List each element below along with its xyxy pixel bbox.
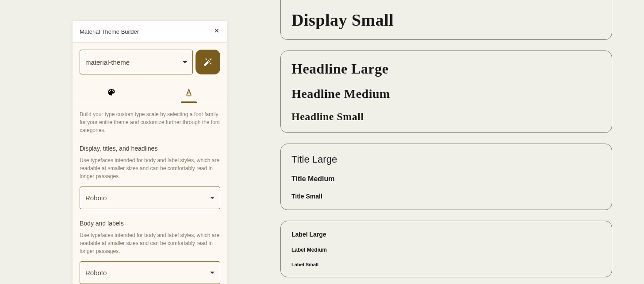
label-large-text: Label Large [291, 231, 601, 238]
headline-small-text: Headline Small [291, 111, 601, 123]
title-large-text: Title Large [291, 154, 601, 165]
body-font-select[interactable]: Roboto [80, 261, 220, 284]
headline-preview-card: Headline Large Headline Medium Headline … [280, 51, 612, 133]
display-small-text: Display Small [291, 10, 601, 30]
section-body-desc: Use typefaces intended for body and labe… [80, 231, 220, 255]
theme-name-select[interactable]: material-theme [80, 50, 193, 74]
close-icon[interactable] [213, 27, 220, 36]
palette-icon [107, 88, 116, 97]
preview-area: Display Small Headline Large Headline Me… [280, 0, 612, 284]
panel-title: Material Theme Builder [80, 28, 139, 35]
headline-large-text: Headline Large [291, 61, 601, 77]
title-medium-text: Title Medium [291, 175, 601, 183]
chevron-down-icon [210, 197, 215, 199]
display-font-value: Roboto [85, 194, 107, 202]
display-preview-card: Display Small [280, 0, 612, 40]
chevron-down-icon [183, 61, 187, 63]
section-display-desc: Use typefaces intended for body and labe… [80, 156, 220, 180]
panel-header: Material Theme Builder [73, 21, 227, 43]
label-small-text: Label Small [291, 262, 601, 267]
headline-medium-text: Headline Medium [291, 87, 601, 101]
theme-select-row: material-theme [80, 50, 220, 74]
display-font-select[interactable]: Roboto [80, 187, 220, 209]
tab-typography[interactable] [150, 82, 227, 103]
label-preview-card: Label Large Label Medium Label Small [280, 221, 612, 277]
magic-wand-button[interactable] [196, 50, 220, 74]
tabs [73, 82, 227, 103]
section-display-title: Display, titles, and headlines [80, 145, 220, 152]
panel-body: material-theme Build yo [73, 43, 227, 284]
chevron-down-icon [210, 272, 215, 274]
theme-name-value: material-theme [85, 58, 130, 66]
theme-builder-panel: Material Theme Builder material-theme [73, 21, 227, 284]
section-body-title: Body and labels [80, 220, 220, 227]
label-medium-text: Label Medium [291, 247, 601, 253]
title-preview-card: Title Large Title Medium Title Small [280, 144, 612, 210]
body-font-value: Roboto [85, 269, 107, 276]
tab-color[interactable] [73, 82, 150, 103]
typography-icon [184, 88, 193, 97]
title-small-text: Title Small [291, 193, 601, 200]
tab-description: Build your type custom type scale by sel… [80, 110, 220, 134]
